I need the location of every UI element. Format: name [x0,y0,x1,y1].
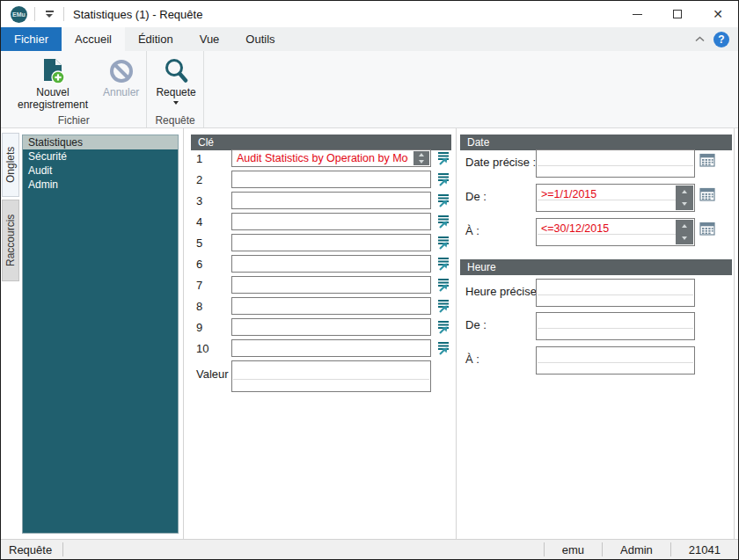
key-row: 10 [191,339,451,359]
key-number-label: 2 [196,173,202,186]
spin-down-icon [682,236,687,240]
quick-access-dropdown-icon[interactable] [42,11,56,18]
tab-accueil[interactable]: Accueil [62,27,125,51]
lookup-list-icon[interactable] [436,193,450,207]
new-record-icon [40,56,65,86]
a-field[interactable]: <=30/12/2015 [536,218,695,246]
ribbon-group-fichier: Nouvel enregistrement Annuler Fichier [1,51,147,127]
statusbar-mode: Requête [1,543,62,556]
key-number-label: 1 [196,152,202,165]
app-logo-icon[interactable]: EMu [11,6,27,23]
date-panel-header: Date [460,135,732,150]
window-title: Statistiques (1) - Requête [73,8,202,21]
sidebar-item-audit[interactable]: Audit [23,164,178,178]
tab-vue[interactable]: Vue [187,27,233,51]
cancel-icon [108,56,135,86]
key-input-field[interactable] [231,255,431,273]
tab-outils[interactable]: Outils [232,27,288,51]
statusbar-field: 21041 [671,543,738,556]
minimize-icon [633,14,642,15]
main-area: Onglets Raccourcis StatistiquesSécuritéA… [1,128,738,539]
a-field[interactable] [536,346,695,375]
key-row: 7 [191,276,451,295]
heure-precise-field[interactable] [536,279,695,307]
key-input-field[interactable] [231,318,431,336]
lookup-list-icon[interactable] [436,299,450,313]
time-panel-header: Heure [460,259,732,275]
spinner-control[interactable] [413,151,429,165]
help-button[interactable]: ? [713,32,729,47]
value-label: Valeur : [196,367,235,381]
lookup-list-icon[interactable] [436,320,450,334]
tab-edition[interactable]: Édition [125,27,187,51]
key-input-field[interactable] [231,213,431,230]
lookup-list-icon[interactable] [436,278,450,292]
title-bar: EMu Statistiques (1) - Requête ✕ [1,1,738,27]
ribbon-group-label: Fichier [1,114,146,127]
key-input-field[interactable] [231,192,431,209]
side-tab-onglets[interactable]: Onglets [2,133,19,197]
calendar-icon[interactable] [699,221,715,236]
key-input-field[interactable] [231,171,431,188]
spin-up-icon [419,153,424,156]
calendar-icon[interactable] [699,152,715,167]
side-tab-raccourcis[interactable]: Raccourcis [2,200,19,281]
lookup-list-icon[interactable] [436,236,450,250]
search-icon [164,56,188,86]
calendar-icon[interactable] [699,186,715,201]
close-icon: ✕ [713,8,723,20]
de-field[interactable] [536,312,695,340]
sidebar-item-securite[interactable]: Sécurité [23,149,178,164]
key-number-label: 6 [196,258,202,271]
key-row: 1 Audit Statistics by Operation by Modul… [191,149,451,169]
key-row: 9 [191,318,451,338]
spinner-control[interactable] [676,220,693,244]
de-field[interactable]: >=1/1/2015 [536,184,695,212]
sidebar-tab-list: StatistiquesSécuritéAuditAdmin [22,135,179,534]
lookup-list-icon[interactable] [436,172,450,186]
statusbar-field: emu [545,543,602,556]
spin-down-icon [682,202,687,206]
key-number-label: 3 [196,194,202,207]
new-record-button[interactable]: Nouvel enregistrement [6,55,99,113]
key-row: 4 [191,213,451,232]
tab-fichier[interactable]: Fichier [1,27,62,51]
minimize-button[interactable] [617,1,657,27]
collapse-ribbon-icon[interactable] [695,36,705,42]
sidebar-item-statistiques[interactable]: Statistiques [23,135,178,149]
lookup-list-icon[interactable] [436,341,450,355]
lookup-list-icon[interactable] [436,151,450,165]
key-number-label: 5 [196,236,202,250]
panel-divider [183,128,184,539]
app-window: EMu Statistiques (1) - Requête ✕ Fichier… [0,0,739,560]
key-row: 5 [191,234,451,253]
key-number-label: 9 [196,321,202,334]
spin-down-icon [419,160,424,164]
sidebar-item-admin[interactable]: Admin [23,178,178,192]
ribbon-group-label: Requête [147,114,202,127]
date-time-panel: Date Heure Date précise : De : >=1/1/2 [460,128,732,539]
key-input-field[interactable]: Audit Statistics by Operation by Module.… [231,149,431,167]
date-precise-field[interactable] [536,149,695,178]
key-input-field[interactable] [231,339,431,357]
key-number-label: 7 [196,279,202,292]
cancel-button[interactable]: Annuler [99,55,143,100]
key-input-field[interactable] [231,276,431,294]
lookup-list-icon[interactable] [436,257,450,271]
key-number-label: 8 [196,300,202,313]
key-input-field[interactable] [231,297,431,315]
close-button[interactable]: ✕ [698,1,738,27]
statusbar-separator [62,542,63,556]
lookup-list-icon[interactable] [436,215,450,229]
titlebar-divider [34,7,35,21]
key-input-field[interactable] [231,234,431,251]
value-field[interactable] [231,360,431,392]
help-icon: ? [718,33,724,46]
maximize-button[interactable] [657,1,698,27]
chevron-down-icon [173,101,179,105]
query-button[interactable]: Requete [152,55,199,106]
spinner-control[interactable] [676,185,693,210]
maximize-icon [673,10,682,18]
window-controls: ✕ [617,1,738,27]
ribbon-group-requete: Requete Requête [147,51,203,127]
